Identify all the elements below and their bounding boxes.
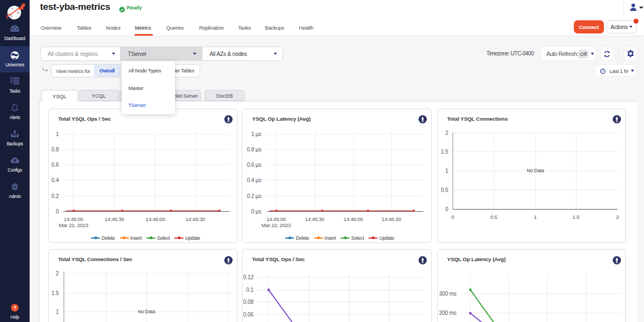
svg-text:?: ?	[13, 305, 16, 310]
